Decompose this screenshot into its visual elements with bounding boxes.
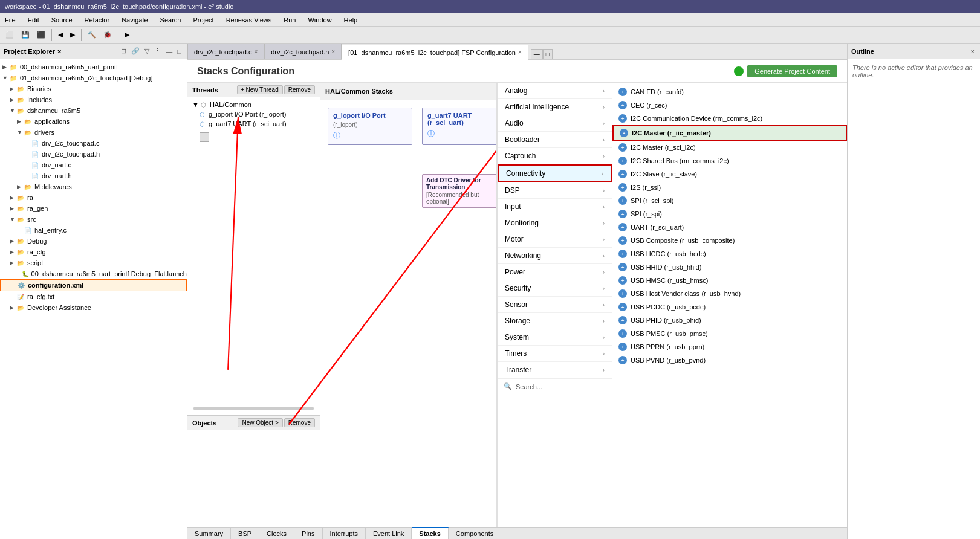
link-editor-btn[interactable]: 🔗 — [129, 47, 141, 56]
outline-close-btn[interactable]: × — [969, 47, 976, 56]
tree-item-ra_cfg_txt[interactable]: 📝ra_cfg.txt — [0, 291, 187, 302]
tab-pins[interactable]: Pins — [294, 528, 322, 539]
tab-fsp-config[interactable]: [01_dshanmcu_ra6m5_i2c_touchpad] FSP Con… — [342, 45, 528, 60]
category-security[interactable]: Security › — [498, 280, 612, 297]
tab-drv-i2c-c[interactable]: drv_i2c_touchpad.c × — [187, 44, 264, 59]
tree-item-hal_entry[interactable]: 📄hal_entry.c — [0, 225, 187, 236]
tree-item-i2c_touchpad[interactable]: ▼📁01_dshanmcu_ra6m5_i2c_touchpad [Debug] — [0, 73, 187, 83]
tree-item-binaries[interactable]: ▶📂Binaries — [0, 83, 187, 94]
menu-source[interactable]: Source — [49, 15, 75, 25]
toolbar-forward-btn[interactable]: ▶ — [67, 29, 78, 40]
stack-card-ioport[interactable]: g_ioport I/O Port (r_ioport) ⓘ — [328, 108, 412, 145]
toolbar-back-btn[interactable]: ◀ — [55, 29, 66, 40]
tree-item-ra_gen[interactable]: ▶📂ra_gen — [0, 203, 187, 214]
thread-square-btn[interactable] — [190, 131, 317, 143]
menu-refactor[interactable]: Refactor — [82, 15, 112, 25]
tree-item-debug[interactable]: ▶📂Debug — [0, 236, 187, 247]
filter-btn[interactable]: ▽ — [143, 47, 151, 56]
minimize-editor-btn[interactable]: — — [531, 49, 543, 59]
category-input[interactable]: Input › — [498, 199, 612, 215]
category-dsp[interactable]: DSP › — [498, 182, 612, 199]
comp-i2c-comms[interactable]: + I2C Communication Device (rm_comms_i2c… — [612, 112, 847, 125]
view-menu-btn[interactable]: ⋮ — [152, 47, 163, 56]
project-explorer-close-icon[interactable]: × — [57, 48, 61, 55]
tree-item-dev_assistance[interactable]: ▶📂Developer Assistance — [0, 302, 187, 313]
comp-spi[interactable]: + SPI (r_spi) — [612, 207, 847, 221]
tab-event-link[interactable]: Event Link — [366, 528, 412, 539]
hal-common-group[interactable]: ▼ ⬡ HAL/Common — [190, 100, 317, 109]
toolbar-build-btn[interactable]: 🔨 — [85, 29, 99, 40]
comp-spi-sci[interactable]: + SPI (r_sci_spi) — [612, 194, 847, 207]
category-networking[interactable]: Networking › — [498, 248, 612, 264]
menu-navigate[interactable]: Navigate — [119, 15, 150, 25]
tree-item-middlewares[interactable]: ▶📂Middlewares — [0, 181, 187, 192]
collapse-all-btn[interactable]: ⊟ — [119, 47, 128, 56]
tree-item-uart_printf[interactable]: ▶📁00_dshanmcu_ra6m5_uart_printf — [0, 62, 187, 73]
toolbar-save-all-btn[interactable]: ⬛ — [34, 29, 48, 40]
tree-item-configuration_xml[interactable]: ⚙️configuration.xml — [0, 279, 187, 291]
comp-canfd[interactable]: + CAN FD (r_canfd) — [612, 85, 847, 98]
menu-file[interactable]: File — [2, 15, 18, 25]
tab-drv-i2c-h[interactable]: drv_i2c_touchpad.h × — [264, 44, 342, 59]
tab-close-icon[interactable]: × — [518, 49, 522, 56]
tab-interrupts[interactable]: Interrupts — [323, 528, 366, 539]
tree-item-ra[interactable]: ▶📂ra — [0, 192, 187, 203]
tree-item-ra6m5[interactable]: ▼📂dshanmcu_ra6m5 — [0, 105, 187, 116]
minimize-btn[interactable]: — — [164, 47, 174, 56]
tree-item-drivers[interactable]: ▼📂drivers — [0, 127, 187, 138]
tab-bsp[interactable]: BSP — [231, 528, 259, 539]
tree-item-drv_i2c_h[interactable]: 📄drv_i2c_touchpad.h — [0, 149, 187, 160]
menu-search[interactable]: Search — [158, 15, 184, 25]
category-power[interactable]: Power › — [498, 264, 612, 280]
comp-cec[interactable]: + CEC (r_cec) — [612, 98, 847, 112]
menu-help[interactable]: Help — [342, 15, 360, 25]
category-storage[interactable]: Storage › — [498, 313, 612, 329]
comp-i2c-master-iic[interactable]: + I2C Master (r_iic_master) — [612, 125, 847, 141]
tree-item-script[interactable]: ▶📂script — [0, 257, 187, 268]
comp-usb-composite[interactable]: + USB Composite (r_usb_composite) — [612, 234, 847, 247]
tree-item-includes[interactable]: ▶📂Includes — [0, 94, 187, 105]
category-sensor[interactable]: Sensor › — [498, 297, 612, 313]
category-audio[interactable]: Audio › — [498, 115, 612, 132]
category-timers[interactable]: Timers › — [498, 346, 612, 362]
remove-object-btn[interactable]: Remove — [284, 418, 315, 427]
tab-stacks[interactable]: Stacks — [412, 527, 448, 539]
category-monitoring[interactable]: Monitoring › — [498, 215, 612, 231]
comp-i2c-shared[interactable]: + I2C Shared Bus (rm_comms_i2c) — [612, 154, 847, 167]
comp-usb-pcdc[interactable]: + USB PCDC (r_usb_pcdc) — [612, 300, 847, 314]
thread-ioport[interactable]: ⬡ g_ioport I/O Port (r_ioport) — [190, 109, 317, 119]
category-connectivity[interactable]: Connectivity › — [498, 164, 612, 182]
toolbar-run-btn[interactable]: ▶ — [122, 29, 132, 40]
category-bootloader[interactable]: Bootloader › — [498, 132, 612, 148]
comp-usb-phid[interactable]: + USB PHID (r_usb_phid) — [612, 314, 847, 327]
tree-item-applications[interactable]: ▶📂applications — [0, 116, 187, 127]
menu-project[interactable]: Project — [190, 15, 216, 25]
category-captouch[interactable]: Captouch › — [498, 148, 612, 164]
comp-usb-hhid[interactable]: + USB HHID (r_usb_hhid) — [612, 260, 847, 274]
comp-usb-pvnd[interactable]: + USB PVND (r_usb_pvnd) — [612, 353, 847, 367]
category-motor[interactable]: Motor › — [498, 231, 612, 248]
tab-close-icon[interactable]: × — [331, 48, 335, 55]
tab-clocks[interactable]: Clocks — [259, 528, 294, 539]
tab-summary[interactable]: Summary — [187, 528, 231, 539]
new-thread-btn[interactable]: + New Thread — [237, 85, 283, 94]
comp-usb-pmsc[interactable]: + USB PMSC (r_usb_pmsc) — [612, 327, 847, 340]
stack-card-uart7[interactable]: g_uart7 UART (r_sci_uart) ⓘ — [422, 108, 507, 145]
dtc-card-tx[interactable]: Add DTC Driver for Transmission [Recomme… — [422, 174, 504, 208]
tree-item-debug_flat[interactable]: 🐛00_dshanmcu_ra6m5_uart_printf Debug_Fla… — [0, 268, 187, 279]
maximize-editor-btn[interactable]: □ — [543, 49, 553, 59]
category-transfer[interactable]: Transfer › — [498, 362, 612, 378]
tree-item-drv_uart_c[interactable]: 📄drv_uart.c — [0, 160, 187, 170]
comp-usb-hcdc[interactable]: + USB HCDC (r_usb_hcdc) — [612, 247, 847, 260]
comp-i2s[interactable]: + I2S (r_ssi) — [612, 181, 847, 194]
tree-item-drv_uart_h[interactable]: 📄drv_uart.h — [0, 170, 187, 181]
new-object-btn[interactable]: New Object > — [238, 418, 282, 427]
tree-item-src[interactable]: ▼📂src — [0, 214, 187, 225]
maximize-btn[interactable]: □ — [175, 47, 183, 56]
menu-renesas[interactable]: Renesas Views — [224, 15, 274, 25]
category-analog[interactable]: Analog › — [498, 83, 612, 99]
menu-window[interactable]: Window — [305, 15, 334, 25]
category-ai[interactable]: Artificial Intelligence › — [498, 99, 612, 115]
comp-i2c-master-sci[interactable]: + I2C Master (r_sci_i2c) — [612, 141, 847, 154]
tab-close-icon[interactable]: × — [254, 48, 258, 55]
